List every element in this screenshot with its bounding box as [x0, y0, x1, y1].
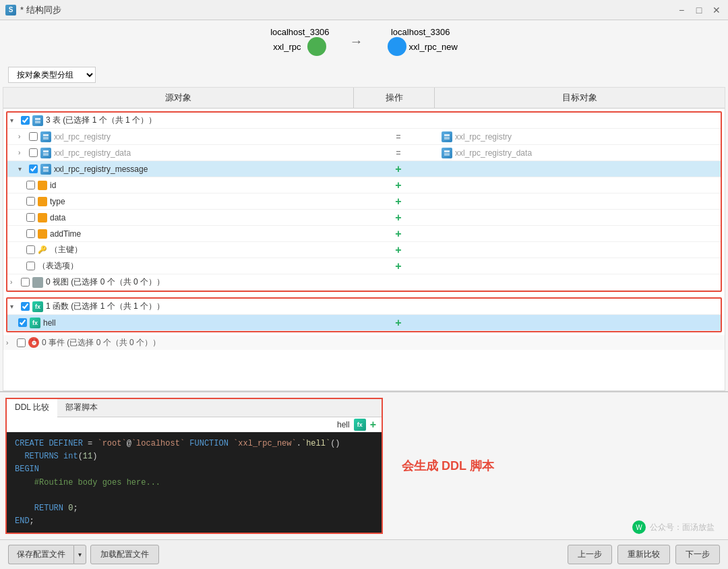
- save-config-arrow[interactable]: ▾: [73, 545, 86, 564]
- type-label: type: [24, 196, 358, 208]
- row-id[interactable]: id +: [7, 177, 721, 193]
- load-config-button[interactable]: 加载配置文件: [90, 545, 159, 564]
- bottom-panel: DDL 比较 部署脚本 hell fx + CREATE DEFINER = `…: [0, 391, 728, 539]
- row-primary-key[interactable]: 🔑 （主键） +: [7, 242, 721, 258]
- functions-checkbox[interactable]: [21, 302, 30, 311]
- addtime-label: addTime: [24, 228, 358, 240]
- registry-data-op: =: [358, 147, 439, 159]
- row-xxl-rpc-registry[interactable]: › xxl_rpc_registry = xxl_rpc_registry: [7, 129, 721, 145]
- registry-label: › xxl_rpc_registry: [16, 130, 358, 144]
- tables-section-label: ▾ 3 表 (已选择 1 个（共 1 个））: [7, 113, 358, 127]
- addtime-name: addTime: [50, 229, 81, 239]
- code-returns: RETURNS: [24, 452, 58, 461]
- tab-ddl-deploy[interactable]: 部署脚本: [57, 399, 106, 417]
- id-op: +: [358, 178, 439, 193]
- row-data[interactable]: data +: [7, 210, 721, 226]
- registry-message-target: [439, 168, 721, 171]
- registry-message-checkbox[interactable]: [29, 164, 38, 173]
- row-registry-message[interactable]: ▾ xxl_rpc_registry_message +: [7, 161, 721, 177]
- row-hell-function[interactable]: fx hell +: [7, 315, 721, 331]
- target-host: localhost_3306: [391, 27, 450, 37]
- tables-target-cell: [439, 119, 721, 122]
- svg-rect-2: [43, 134, 49, 136]
- hell-func-target: [439, 322, 721, 324]
- svg-rect-4: [444, 134, 450, 136]
- primary-key-checkbox[interactable]: [26, 245, 35, 254]
- registry-message-name: xxl_rpc_registry_message: [54, 164, 148, 174]
- registry-data-checkbox[interactable]: [29, 148, 38, 157]
- table-header: 源对象 操作 目标对象: [3, 88, 725, 109]
- expand-registry-data-icon[interactable]: ›: [18, 149, 26, 156]
- maximize-button[interactable]: □: [693, 4, 705, 16]
- registry-name: xxl_rpc_registry: [54, 132, 111, 142]
- functions-section: ▾ fx 1 函数 (已选择 1 个（共 1 个）） fx hell: [6, 297, 722, 332]
- addtime-target: [439, 233, 721, 235]
- registry-target-icon: [442, 131, 452, 142]
- row-table-option[interactable]: （表选项） +: [7, 258, 721, 274]
- target-conn-info: localhost_3306 xxl_rpc_new: [384, 27, 458, 56]
- titlebar-left: S * 结构同步: [5, 4, 61, 16]
- events-section-row: › ⏰ 0 事件 (已选择 0 个（共 0 个））: [3, 335, 725, 350]
- expand-functions-icon[interactable]: ▾: [10, 303, 18, 310]
- functions-section-header[interactable]: ▾ fx 1 函数 (已选择 1 个（共 1 个））: [7, 299, 721, 315]
- registry-target: xxl_rpc_registry: [439, 130, 721, 144]
- addtime-op: +: [358, 227, 439, 241]
- prev-button[interactable]: 上一步: [568, 545, 612, 564]
- window-title: * 结构同步: [20, 4, 61, 16]
- tab-ddl-compare[interactable]: DDL 比较: [7, 399, 57, 417]
- expand-registry-icon[interactable]: ›: [18, 133, 26, 140]
- save-config-button[interactable]: 保存配置文件: [8, 545, 73, 564]
- id-checkbox[interactable]: [26, 181, 35, 189]
- primary-key-name: （主键）: [50, 244, 82, 256]
- object-table: 源对象 操作 目标对象 ▾ 3 表 (已选择 1 个（共 1 个））: [3, 87, 725, 391]
- code-dbname: `xxl_rpc_new`: [233, 439, 297, 448]
- views-checkbox[interactable]: [21, 278, 30, 287]
- ddl-tabs: DDL 比较 部署脚本: [7, 399, 382, 417]
- close-button[interactable]: ✕: [710, 4, 723, 16]
- event-icon: ⏰: [28, 337, 39, 348]
- row-addtime[interactable]: addTime +: [7, 226, 721, 242]
- recompare-button[interactable]: 重新比较: [617, 545, 670, 564]
- functions-target: [439, 305, 721, 308]
- registry-checkbox[interactable]: [29, 132, 38, 141]
- tables-section-header[interactable]: ▾ 3 表 (已选择 1 个（共 1 个））: [7, 113, 721, 129]
- svg-rect-11: [43, 169, 49, 172]
- expand-message-icon[interactable]: ▾: [18, 165, 26, 173]
- op-equals-icon: =: [396, 132, 400, 142]
- id-col-icon: [38, 181, 47, 190]
- functions-section-label: ▾ fx 1 函数 (已选择 1 个（共 1 个））: [7, 299, 358, 313]
- ddl-func-label: hell: [337, 420, 350, 429]
- addtime-checkbox[interactable]: [26, 229, 35, 238]
- row-type[interactable]: type +: [7, 193, 721, 210]
- code-function: FUNCTION: [189, 439, 229, 448]
- svg-rect-5: [444, 137, 450, 140]
- tables-op-cell: [358, 119, 439, 122]
- row-xxl-rpc-registry-data[interactable]: › xxl_rpc_registry_data = xxl_rpc_regist…: [7, 145, 721, 161]
- table-icon: [32, 115, 43, 126]
- minimize-button[interactable]: −: [675, 4, 688, 16]
- ddl-header-row: hell fx +: [7, 417, 382, 432]
- type-col-icon: [38, 197, 47, 206]
- expand-views-icon[interactable]: ›: [10, 278, 18, 286]
- id-target: [439, 184, 721, 187]
- tables-checkbox[interactable]: [21, 116, 30, 125]
- events-checkbox[interactable]: [17, 338, 26, 347]
- table-option-op: +: [358, 259, 439, 274]
- id-label: id: [24, 179, 358, 191]
- primary-key-target: [439, 249, 721, 251]
- type-checkbox[interactable]: [26, 197, 35, 206]
- group-filter-select[interactable]: 按对象类型分组: [8, 67, 96, 83]
- views-section-header[interactable]: › 0 视图 (已选择 0 个（共 0 个））: [7, 274, 721, 291]
- expand-tables-icon[interactable]: ▾: [10, 117, 18, 124]
- data-checkbox[interactable]: [26, 213, 35, 222]
- table-option-name: （表选项）: [38, 260, 78, 272]
- code-int: int: [63, 452, 78, 461]
- events-count-label: 0 事件 (已选择 0 个（共 0 个））: [42, 337, 160, 349]
- code-definer: DEFINER: [49, 439, 82, 448]
- table-option-checkbox[interactable]: [26, 262, 35, 270]
- next-button[interactable]: 下一步: [675, 545, 720, 564]
- hell-func-checkbox[interactable]: [18, 318, 27, 327]
- views-section-label: › 0 视图 (已选择 0 个（共 0 个））: [7, 275, 358, 289]
- expand-events-icon[interactable]: ›: [6, 339, 14, 347]
- svg-rect-10: [43, 167, 49, 169]
